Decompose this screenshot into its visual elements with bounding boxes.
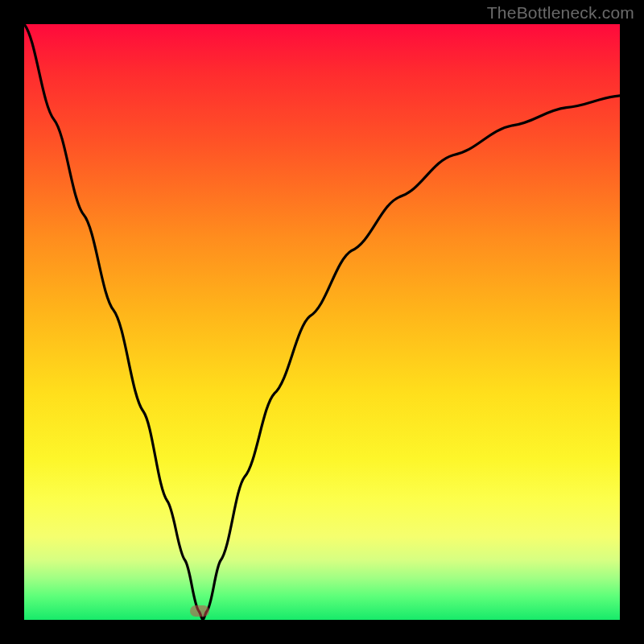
curve-left-branch [24, 24, 203, 620]
curve-layer [24, 24, 620, 620]
curve-right-branch [203, 96, 620, 620]
watermark-text: TheBottleneck.com [487, 3, 634, 23]
minimum-marker [190, 605, 209, 617]
chart-frame: TheBottleneck.com [0, 0, 644, 644]
